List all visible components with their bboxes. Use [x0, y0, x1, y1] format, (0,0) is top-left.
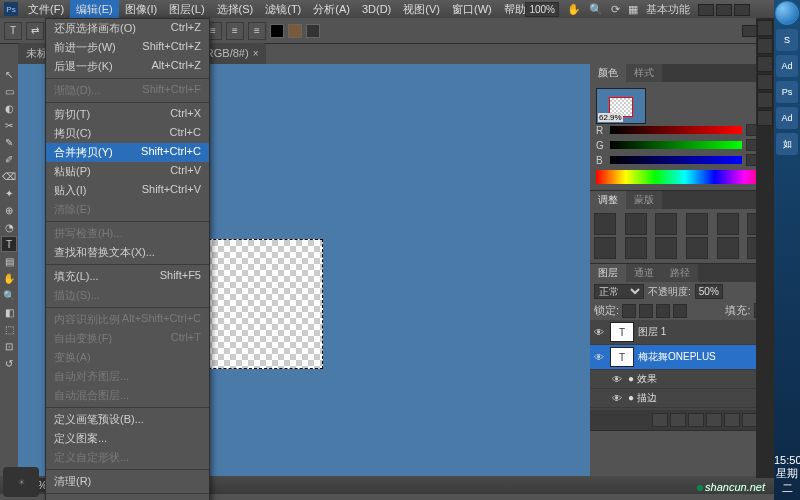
menu-image[interactable]: 图像(I) [119, 0, 163, 19]
tool-7[interactable]: ✦ [1, 185, 17, 201]
workspace-label[interactable]: 基本功能 [646, 2, 690, 17]
adjustment-icon[interactable] [625, 213, 647, 235]
close-button[interactable] [734, 4, 750, 16]
adjustment-icon[interactable] [594, 213, 616, 235]
tool-14[interactable]: ◧ [1, 304, 17, 320]
tool-8[interactable]: ⊕ [1, 202, 17, 218]
tool-16[interactable]: ⊡ [1, 338, 17, 354]
adjustment-icon[interactable] [686, 237, 708, 259]
min-button[interactable] [698, 4, 714, 16]
taskbar-app[interactable]: S [776, 29, 798, 51]
blend-mode-select[interactable]: 正常 [594, 284, 644, 299]
group-icon[interactable] [724, 413, 740, 427]
tool-3[interactable]: ✂ [1, 117, 17, 133]
layer-row[interactable]: 👁● 效果 [590, 370, 780, 389]
tab-color[interactable]: 颜色 [590, 64, 626, 82]
tab-layers[interactable]: 图层 [590, 264, 626, 282]
text-color-swatch[interactable] [270, 24, 284, 38]
menu-layer[interactable]: 图层(L) [163, 0, 210, 19]
menu-item[interactable]: Adobe PDF 预设... [46, 496, 209, 500]
lock-all-icon[interactable] [673, 304, 687, 318]
menu-item[interactable]: 粘贴(P)Ctrl+V [46, 162, 209, 181]
panel-icon[interactable] [757, 38, 773, 54]
tab-channels[interactable]: 通道 [626, 264, 662, 282]
menu-item[interactable]: 清理(R) [46, 472, 209, 491]
navigator-thumbnail[interactable]: 62.9% [596, 88, 646, 124]
tool-15[interactable]: ⬚ [1, 321, 17, 337]
hand-icon[interactable]: ✋ [567, 3, 581, 16]
adjustment-icon[interactable] [717, 237, 739, 259]
layer-fx-icon[interactable] [670, 413, 686, 427]
grid-icon[interactable]: ▦ [628, 3, 638, 16]
taskbar-app[interactable]: Ad [776, 55, 798, 77]
menu-item[interactable]: 合并拷贝(Y)Shift+Ctrl+C [46, 143, 209, 162]
menu-item[interactable]: 后退一步(K)Alt+Ctrl+Z [46, 57, 209, 76]
adjustment-icon[interactable] [686, 213, 708, 235]
adjustment-icon[interactable] [625, 237, 647, 259]
r-slider[interactable] [610, 126, 742, 134]
selection-marquee[interactable] [193, 239, 323, 369]
tool-10[interactable]: T [1, 236, 17, 252]
rotate-icon[interactable]: ⟳ [611, 3, 620, 16]
taskbar-app[interactable]: Ad [776, 107, 798, 129]
layer-row[interactable]: 👁T梅花舞ONEPLUSfx ▾ [590, 345, 780, 370]
tool-1[interactable]: ▭ [1, 83, 17, 99]
orientation-icon[interactable]: ⇄ [26, 22, 44, 40]
align-center-icon[interactable]: ≡ [226, 22, 244, 40]
menu-view[interactable]: 视图(V) [397, 0, 446, 19]
tab-swatches[interactable]: 样式 [626, 64, 662, 82]
menu-file[interactable]: 文件(F) [22, 0, 70, 19]
adjustment-layer-icon[interactable] [706, 413, 722, 427]
align-right-icon[interactable]: ≡ [248, 22, 266, 40]
menu-item[interactable]: 填充(L)...Shift+F5 [46, 267, 209, 286]
tool-preset-icon[interactable]: T [4, 22, 22, 40]
zoom-field[interactable]: 100% [525, 2, 559, 17]
tool-2[interactable]: ◐ [1, 100, 17, 116]
menu-3d[interactable]: 3D(D) [356, 1, 397, 17]
menu-item[interactable]: 查找和替换文本(X)... [46, 243, 209, 262]
swatch-3[interactable] [306, 24, 320, 38]
menu-analysis[interactable]: 分析(A) [307, 0, 356, 19]
adjustment-icon[interactable] [594, 237, 616, 259]
tab-masks[interactable]: 蒙版 [626, 191, 662, 209]
menu-item[interactable]: 定义画笔预设(B)... [46, 410, 209, 429]
layer-row[interactable]: 👁● 描边 [590, 389, 780, 408]
tool-4[interactable]: ✎ [1, 134, 17, 150]
start-orb[interactable] [775, 1, 799, 25]
max-button[interactable] [716, 4, 732, 16]
color-spectrum[interactable] [596, 170, 774, 184]
taskbar-app[interactable]: Ps [776, 81, 798, 103]
tool-5[interactable]: ✐ [1, 151, 17, 167]
visibility-icon[interactable]: 👁 [610, 391, 624, 405]
tool-17[interactable]: ↺ [1, 355, 17, 371]
panel-icon[interactable] [757, 92, 773, 108]
tool-6[interactable]: ⌫ [1, 168, 17, 184]
tool-9[interactable]: ◔ [1, 219, 17, 235]
layer-mask-icon[interactable] [688, 413, 704, 427]
layer-row[interactable]: 👁T图层 1 [590, 320, 780, 345]
taskbar-app[interactable]: 如 [776, 133, 798, 155]
swatch-2[interactable] [288, 24, 302, 38]
opacity-field[interactable]: 50% [695, 284, 723, 299]
adjustment-icon[interactable] [717, 213, 739, 235]
menu-item[interactable]: 拷贝(C)Ctrl+C [46, 124, 209, 143]
menu-item[interactable]: 剪切(T)Ctrl+X [46, 105, 209, 124]
link-layers-icon[interactable] [652, 413, 668, 427]
g-slider[interactable] [610, 141, 742, 149]
menu-filter[interactable]: 滤镜(T) [259, 0, 307, 19]
visibility-icon[interactable]: 👁 [610, 372, 624, 386]
tab-adjustments[interactable]: 调整 [590, 191, 626, 209]
panel-icon[interactable] [757, 110, 773, 126]
menu-select[interactable]: 选择(S) [211, 0, 260, 19]
adjustment-icon[interactable] [655, 213, 677, 235]
tool-12[interactable]: ✋ [1, 270, 17, 286]
tool-13[interactable]: 🔍 [1, 287, 17, 303]
lock-pixels-icon[interactable] [639, 304, 653, 318]
zoom-icon[interactable]: 🔍 [589, 3, 603, 16]
visibility-icon[interactable]: 👁 [592, 350, 606, 364]
lock-position-icon[interactable] [656, 304, 670, 318]
menu-item[interactable]: 定义图案... [46, 429, 209, 448]
adjustment-icon[interactable] [655, 237, 677, 259]
b-slider[interactable] [610, 156, 742, 164]
tab-paths[interactable]: 路径 [662, 264, 698, 282]
